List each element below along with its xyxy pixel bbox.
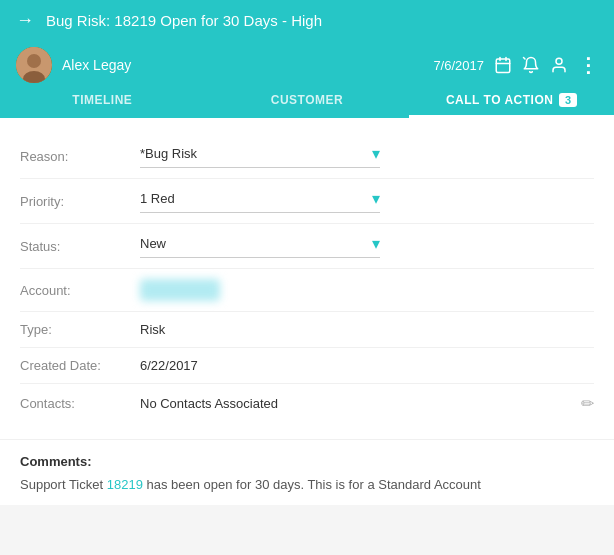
type-row: Type: Risk <box>20 312 594 348</box>
call-to-action-badge: 3 <box>559 93 577 107</box>
alarm-icon[interactable] <box>522 56 540 74</box>
user-actions: 7/6/2017 ⋮ <box>433 55 598 75</box>
status-value: New <box>140 236 166 251</box>
status-label: Status: <box>20 239 140 254</box>
svg-point-1 <box>27 54 41 68</box>
tab-customer[interactable]: CUSTOMER <box>205 83 410 118</box>
more-menu-icon[interactable]: ⋮ <box>578 55 598 75</box>
avatar-inner <box>16 47 52 83</box>
tab-call-to-action-inner: CALL TO ACTION 3 <box>409 93 614 107</box>
reason-row: Reason: *Bug Risk ▾ <box>20 134 594 179</box>
reason-dropdown-arrow: ▾ <box>372 144 380 163</box>
comments-text: Support Ticket 18219 has been open for 3… <box>20 475 594 495</box>
comments-text-before: Support Ticket <box>20 477 107 492</box>
reason-dropdown[interactable]: *Bug Risk ▾ <box>140 144 380 168</box>
back-arrow-icon[interactable]: → <box>16 10 34 31</box>
priority-value: 1 Red <box>140 191 175 206</box>
svg-rect-3 <box>496 59 510 73</box>
contacts-label: Contacts: <box>20 396 140 411</box>
created-date-row: Created Date: 6/22/2017 <box>20 348 594 384</box>
svg-line-7 <box>524 58 526 60</box>
account-row: Account: <box>20 269 594 312</box>
tab-call-to-action[interactable]: CALL TO ACTION 3 <box>409 83 614 118</box>
page-title: Bug Risk: 18219 Open for 30 Days - High <box>46 12 322 29</box>
status-row: Status: New ▾ <box>20 224 594 269</box>
account-label: Account: <box>20 283 140 298</box>
tab-timeline[interactable]: TIMELINE <box>0 83 205 118</box>
status-dropdown[interactable]: New ▾ <box>140 234 380 258</box>
type-label: Type: <box>20 322 140 337</box>
created-date-value: 6/22/2017 <box>140 358 594 373</box>
calendar-icon[interactable] <box>494 56 512 74</box>
user-row: Alex Legay 7/6/2017 ⋮ <box>0 41 614 83</box>
svg-point-8 <box>556 58 562 64</box>
user-name: Alex Legay <box>62 57 131 73</box>
priority-row: Priority: 1 Red ▾ <box>20 179 594 224</box>
person-icon[interactable] <box>550 56 568 74</box>
status-dropdown-arrow: ▾ <box>372 234 380 253</box>
contacts-edit-icon[interactable]: ✏ <box>581 394 594 413</box>
comments-text-after: has been open for 30 days. This is for a… <box>143 477 481 492</box>
priority-label: Priority: <box>20 194 140 209</box>
comments-section: Comments: Support Ticket 18219 has been … <box>0 439 614 505</box>
tab-row: TIMELINE CUSTOMER CALL TO ACTION 3 <box>0 83 614 118</box>
account-blurred-value <box>140 279 220 301</box>
reason-value: *Bug Risk <box>140 146 197 161</box>
created-date-label: Created Date: <box>20 358 140 373</box>
user-info: Alex Legay <box>16 47 131 83</box>
date-display: 7/6/2017 <box>433 58 484 73</box>
header-bar: → Bug Risk: 18219 Open for 30 Days - Hig… <box>0 0 614 41</box>
main-content: Reason: *Bug Risk ▾ Priority: 1 Red ▾ St… <box>0 118 614 439</box>
priority-dropdown[interactable]: 1 Red ▾ <box>140 189 380 213</box>
contacts-row: Contacts: No Contacts Associated ✏ <box>20 384 594 423</box>
comments-ticket-link[interactable]: 18219 <box>107 477 143 492</box>
priority-dropdown-arrow: ▾ <box>372 189 380 208</box>
contacts-value: No Contacts Associated <box>140 396 581 411</box>
avatar[interactable] <box>16 47 52 83</box>
reason-label: Reason: <box>20 149 140 164</box>
comments-label: Comments: <box>20 454 594 469</box>
type-value: Risk <box>140 322 594 337</box>
